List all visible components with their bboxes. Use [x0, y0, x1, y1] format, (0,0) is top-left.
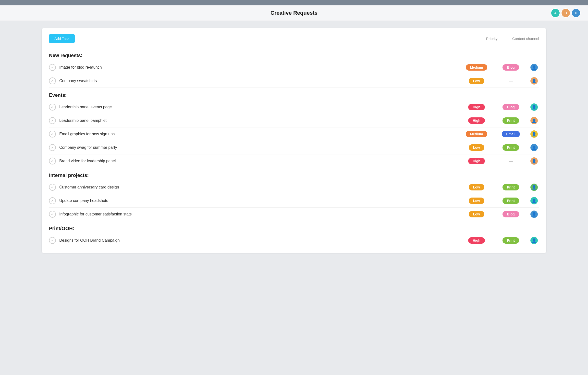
- section-title: Internal projects:: [49, 173, 539, 178]
- assignee-avatar[interactable]: 👤: [530, 236, 538, 245]
- task-checkbox[interactable]: ✓: [49, 197, 56, 204]
- task-row: ✓Brand video for leadership panelHigh—👤: [49, 154, 539, 168]
- channel-badge[interactable]: Print: [502, 117, 519, 124]
- priority-badge[interactable]: Low: [469, 144, 484, 151]
- assignee-avatar[interactable]: 👤: [530, 197, 538, 205]
- header-avatar: B: [561, 8, 570, 18]
- channel-badge[interactable]: Print: [502, 184, 519, 190]
- task-assignee: 👤: [529, 210, 539, 218]
- channel-column-header: Content channel: [512, 37, 539, 41]
- channel-badge[interactable]: Print: [502, 237, 519, 244]
- assignee-avatar[interactable]: 👤: [530, 210, 538, 218]
- assignee-avatar[interactable]: 👤: [530, 130, 538, 138]
- task-checkbox[interactable]: ✓: [49, 158, 56, 164]
- task-row: ✓Infographic for customer satisfaction s…: [49, 208, 539, 221]
- task-name: Company swag for summer party: [59, 145, 463, 150]
- add-task-button[interactable]: Add Task: [49, 34, 75, 43]
- task-row: ✓Leadership panel events pageHighBlog👤: [49, 100, 539, 114]
- section-title: Events:: [49, 92, 539, 98]
- priority-badge[interactable]: High: [468, 237, 485, 244]
- task-priority: Low: [463, 144, 490, 151]
- assignee-avatar[interactable]: 👤: [530, 63, 538, 72]
- task-priority: Low: [463, 211, 490, 217]
- task-row: ✓Company swag for summer partyLowPrint👤: [49, 141, 539, 154]
- task-name: Image for blog re-launch: [59, 65, 463, 70]
- section-divider: [49, 88, 539, 88]
- page-title: Creative Requests: [270, 10, 318, 16]
- assignee-avatar[interactable]: 👤: [530, 143, 538, 152]
- channel-empty: —: [509, 78, 513, 84]
- task-assignee: 👤: [529, 157, 539, 165]
- task-name: Email graphics for new sign ups: [59, 132, 463, 136]
- task-channel: Print: [497, 144, 524, 151]
- task-name: Company sweatshirts: [59, 79, 463, 83]
- task-priority: High: [463, 117, 490, 124]
- task-channel: —: [497, 78, 524, 84]
- task-checkbox[interactable]: ✓: [49, 237, 56, 244]
- priority-badge[interactable]: Low: [469, 198, 484, 204]
- task-assignee: 👤: [529, 197, 539, 205]
- task-channel: Blog: [497, 211, 524, 217]
- task-checkbox[interactable]: ✓: [49, 117, 56, 124]
- task-row: ✓Update company headshotsLowPrint👤: [49, 194, 539, 208]
- priority-badge[interactable]: High: [468, 158, 485, 164]
- section-title: New requests:: [49, 53, 539, 58]
- header-avatars: ABC: [551, 8, 581, 18]
- assignee-avatar[interactable]: 👤: [530, 116, 538, 125]
- task-assignee: 👤: [529, 236, 539, 245]
- task-name: Designs for OOH Brand Campaign: [59, 238, 463, 243]
- task-channel: —: [497, 159, 524, 164]
- priority-badge[interactable]: Low: [469, 211, 484, 217]
- task-checkbox[interactable]: ✓: [49, 184, 56, 191]
- main-card: Add Task Priority Content channel New re…: [42, 28, 546, 253]
- channel-badge[interactable]: Blog: [502, 64, 519, 71]
- priority-badge[interactable]: Medium: [466, 131, 488, 137]
- task-name: Leadership panel pamphlet: [59, 118, 463, 123]
- priority-badge[interactable]: High: [468, 104, 485, 110]
- task-checkbox[interactable]: ✓: [49, 131, 56, 138]
- channel-badge[interactable]: Email: [502, 131, 520, 137]
- task-channel: Print: [497, 184, 524, 190]
- task-checkbox[interactable]: ✓: [49, 144, 56, 151]
- task-priority: High: [463, 158, 490, 164]
- task-assignee: 👤: [529, 63, 539, 72]
- task-priority: Low: [463, 184, 490, 190]
- task-row: ✓Customer anniversary card designLowPrin…: [49, 181, 539, 194]
- task-checkbox[interactable]: ✓: [49, 211, 56, 218]
- channel-badge[interactable]: Blog: [502, 104, 519, 110]
- task-assignee: 👤: [529, 116, 539, 125]
- task-row: ✓Company sweatshirtsLow—👤: [49, 74, 539, 88]
- task-assignee: 👤: [529, 183, 539, 191]
- priority-column-header: Priority: [486, 37, 498, 41]
- task-name: Update company headshots: [59, 199, 463, 203]
- task-channel: Print: [497, 237, 524, 244]
- task-checkbox[interactable]: ✓: [49, 104, 56, 111]
- priority-badge[interactable]: High: [468, 117, 485, 124]
- assignee-avatar[interactable]: 👤: [530, 183, 538, 191]
- channel-badge[interactable]: Print: [502, 198, 519, 204]
- page-content: Add Task Priority Content channel New re…: [0, 21, 588, 260]
- section-divider: [49, 221, 539, 221]
- task-channel: Print: [497, 198, 524, 204]
- task-row: ✓Email graphics for new sign upsMediumEm…: [49, 127, 539, 141]
- sections-container: New requests:✓Image for blog re-launchMe…: [49, 48, 539, 247]
- assignee-avatar[interactable]: 👤: [530, 103, 538, 111]
- task-row: ✓Designs for OOH Brand CampaignHighPrint…: [49, 234, 539, 247]
- priority-badge[interactable]: Medium: [466, 64, 488, 71]
- column-headers: Priority Content channel: [486, 37, 539, 41]
- channel-badge[interactable]: Print: [502, 144, 519, 151]
- task-assignee: 👤: [529, 143, 539, 152]
- assignee-avatar[interactable]: 👤: [530, 77, 538, 85]
- section-divider: [49, 48, 539, 48]
- channel-empty: —: [509, 159, 513, 164]
- task-checkbox[interactable]: ✓: [49, 64, 56, 71]
- task-name: Infographic for customer satisfaction st…: [59, 212, 463, 216]
- header-avatar: A: [551, 8, 560, 18]
- channel-badge[interactable]: Blog: [502, 211, 519, 217]
- priority-badge[interactable]: Low: [469, 78, 484, 84]
- section-divider: [49, 168, 539, 168]
- priority-badge[interactable]: Low: [469, 184, 484, 190]
- assignee-avatar[interactable]: 👤: [530, 157, 538, 165]
- task-checkbox[interactable]: ✓: [49, 77, 56, 84]
- task-priority: High: [463, 237, 490, 244]
